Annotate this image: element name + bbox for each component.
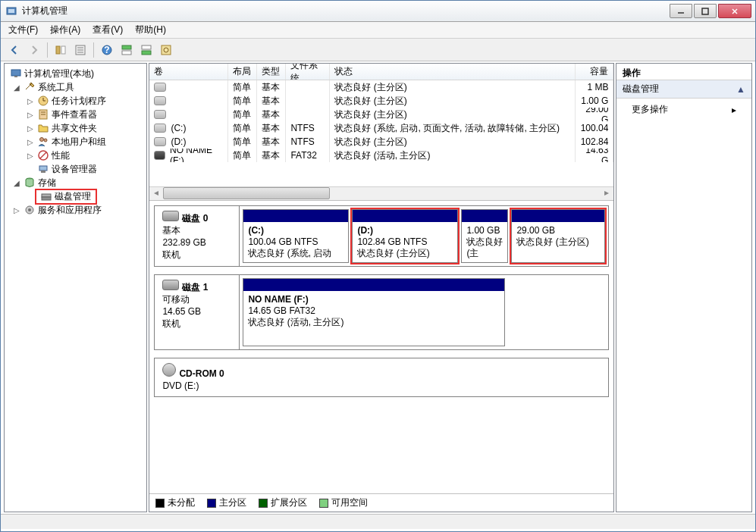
volume-row[interactable]: (C:)简单基本NTFS状态良好 (系统, 启动, 页面文件, 活动, 故障转储… <box>149 121 613 135</box>
tree-disk-management[interactable]: 磁盘管理 <box>6 189 145 203</box>
expand-icon[interactable]: ▷ <box>26 97 35 105</box>
disk-mgmt-icon <box>40 190 52 202</box>
tree-services[interactable]: ▷ 服务和应用程序 <box>6 203 145 217</box>
volume-row[interactable]: NO NAME (F:)简单基本FAT32状态良好 (活动, 主分区)14.63… <box>149 149 613 162</box>
svg-rect-15 <box>122 51 131 55</box>
properties-button[interactable] <box>71 41 89 59</box>
disk-map[interactable]: 磁盘 0 基本 232.89 GB 联机 (C:)100.04 GB NTFS状… <box>149 200 613 493</box>
partition-box[interactable]: (C:)100.04 GB NTFS状态良好 (系统, 启动 <box>243 209 349 263</box>
svg-rect-16 <box>142 45 151 49</box>
titlebar: 计算机管理 <box>1 1 755 22</box>
settings-button[interactable] <box>157 41 175 59</box>
legend-primary: 主分区 <box>207 496 246 509</box>
partition-box[interactable]: (D:)102.84 GB NTFS状态良好 (主分区) <box>352 209 458 263</box>
svg-rect-6 <box>56 46 60 54</box>
expand-icon[interactable]: ▷ <box>26 138 35 146</box>
legend-free: 可用空间 <box>319 496 368 509</box>
menu-view[interactable]: 查看(V) <box>93 23 123 36</box>
expand-icon[interactable]: ▷ <box>26 152 35 160</box>
event-icon <box>37 108 49 120</box>
col-volume[interactable]: 卷 <box>149 64 228 80</box>
actions-more[interactable]: 更多操作 ▸ <box>616 99 751 120</box>
col-capacity[interactable]: 容量 <box>576 64 613 80</box>
tree-system-tools[interactable]: ◢ 系统工具 <box>6 80 145 94</box>
partition-header <box>243 279 504 291</box>
window-title: 计算机管理 <box>22 5 670 17</box>
svg-line-31 <box>40 152 46 158</box>
menu-action[interactable]: 操作(A) <box>50 23 80 36</box>
svg-point-38 <box>28 208 31 211</box>
collapse-icon[interactable]: ◢ <box>12 83 21 92</box>
tree-performance[interactable]: ▷性能 <box>6 149 145 162</box>
partition-header <box>462 210 507 222</box>
tree-system-tools-label: 系统工具 <box>38 81 74 94</box>
tree-root-label: 计算机管理(本地) <box>24 67 94 80</box>
volume-row[interactable]: 简单基本状态良好 (主分区)1 MB <box>149 80 613 94</box>
expand-icon[interactable]: ▷ <box>12 206 21 214</box>
maximize-button[interactable] <box>694 4 717 18</box>
computer-icon <box>10 67 22 80</box>
disk-0-row[interactable]: 磁盘 0 基本 232.89 GB 联机 (C:)100.04 GB NTFS状… <box>154 205 609 267</box>
volume-row[interactable]: 简单基本状态良好 (主分区)1.00 G <box>149 94 613 108</box>
menu-file[interactable]: 文件(F) <box>8 23 38 36</box>
partition-box[interactable]: 1.00 GB状态良好 (主 <box>461 209 508 263</box>
help-button[interactable]: ? <box>98 41 116 59</box>
partition-box[interactable]: NO NAME (F:)14.65 GB FAT32状态良好 (活动, 主分区) <box>243 278 505 346</box>
minimize-button[interactable] <box>670 4 692 18</box>
forward-button[interactable] <box>25 41 43 59</box>
volume-list-body[interactable]: 简单基本状态良好 (主分区)1 MB简单基本状态良好 (主分区)1.00 G简单… <box>149 80 613 186</box>
volume-row[interactable]: (D:)简单基本NTFS状态良好 (主分区)102.84 <box>149 135 613 149</box>
view-bottom-button[interactable] <box>137 41 155 59</box>
disk-0-info: 磁盘 0 基本 232.89 GB 联机 <box>155 206 240 266</box>
horizontal-scrollbar[interactable]: ◂ ▸ <box>149 186 613 200</box>
close-button[interactable] <box>718 4 751 18</box>
volume-list-header: 卷 布局 类型 文件系统 状态 容量 <box>149 64 613 80</box>
col-filesystem[interactable]: 文件系统 <box>286 64 330 80</box>
users-icon <box>37 136 49 148</box>
services-icon <box>24 204 36 216</box>
col-layout[interactable]: 布局 <box>228 64 257 80</box>
back-button[interactable] <box>5 41 24 59</box>
legend-unallocated: 未分配 <box>155 496 195 509</box>
show-hide-button[interactable] <box>52 41 70 59</box>
col-type[interactable]: 类型 <box>257 64 286 80</box>
svg-text:?: ? <box>104 45 109 55</box>
volume-row[interactable]: 简单基本状态良好 (主分区)29.00 G <box>149 108 613 121</box>
col-status[interactable]: 状态 <box>330 64 576 80</box>
actions-disk-mgmt[interactable]: 磁盘管理 ▲ <box>616 80 751 99</box>
center-panel: 卷 布局 类型 文件系统 状态 容量 简单基本状态良好 (主分区)1 MB简单基… <box>149 63 614 512</box>
svg-point-29 <box>44 139 47 142</box>
tree-panel[interactable]: 计算机管理(本地) ◢ 系统工具 ▷任务计划程序 ▷事件查看器 ▷共享文件夹 <box>4 63 147 512</box>
svg-rect-17 <box>142 51 151 55</box>
tree-storage[interactable]: ◢ 存储 <box>6 176 145 189</box>
disk-0-partitions: (C:)100.04 GB NTFS状态良好 (系统, 启动(D:)102.84… <box>240 206 608 266</box>
tree-shared-folders[interactable]: ▷共享文件夹 <box>6 121 145 135</box>
partition-box[interactable]: 29.00 GB状态良好 (主分区) <box>511 209 605 263</box>
svg-rect-35 <box>42 194 51 197</box>
collapse-icon[interactable]: ◢ <box>12 179 21 187</box>
view-top-button[interactable] <box>118 41 136 59</box>
tree-root[interactable]: 计算机管理(本地) <box>6 67 145 80</box>
statusbar <box>1 514 755 529</box>
tree-task-scheduler[interactable]: ▷任务计划程序 <box>6 94 145 108</box>
disk-1-row[interactable]: 磁盘 1 可移动 14.65 GB 联机 NO NAME (F:)14.65 G… <box>154 274 609 350</box>
scrollbar-thumb[interactable] <box>163 187 330 199</box>
svg-rect-18 <box>162 45 171 55</box>
disk-icon <box>154 151 165 160</box>
tree-event-viewer[interactable]: ▷事件查看器 <box>6 108 145 121</box>
cdrom-icon <box>162 363 176 377</box>
menu-help[interactable]: 帮助(H) <box>135 23 166 36</box>
tree-device-manager[interactable]: 设备管理器 <box>6 162 145 176</box>
partition-header <box>353 210 457 222</box>
menubar: 文件(F) 操作(A) 查看(V) 帮助(H) <box>1 22 755 39</box>
tree-local-users[interactable]: ▷本地用户和组 <box>6 135 145 149</box>
svg-rect-32 <box>39 166 47 171</box>
svg-rect-36 <box>42 197 51 200</box>
window-buttons <box>670 4 755 18</box>
expand-icon[interactable]: ▷ <box>26 124 35 133</box>
cdrom-row[interactable]: CD-ROM 0 DVD (E:) <box>154 358 609 397</box>
cdrom-info: CD-ROM 0 DVD (E:) <box>155 358 608 396</box>
expand-icon[interactable]: ▷ <box>26 111 35 119</box>
tools-icon <box>24 81 36 93</box>
partition-header <box>512 210 604 222</box>
